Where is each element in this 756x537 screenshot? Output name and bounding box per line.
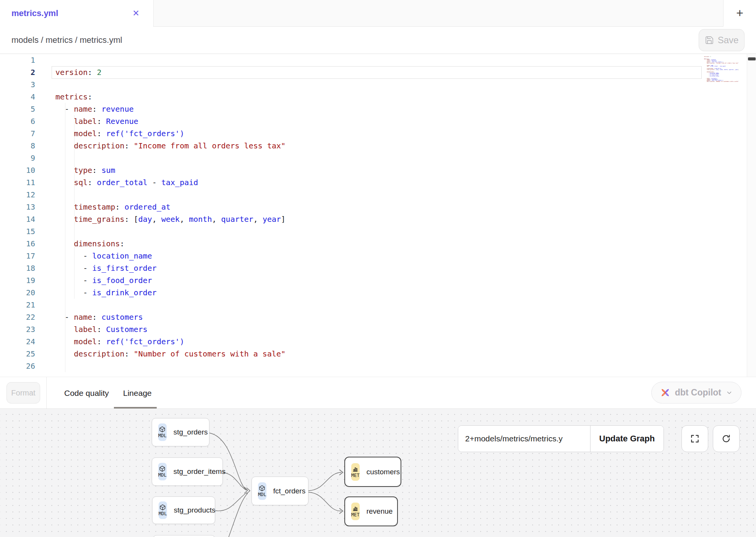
code-line[interactable]: 4metrics:	[0, 91, 756, 103]
code-line[interactable]: 14 time_grains: [day, week, month, quart…	[0, 213, 756, 225]
line-text: type: sum	[35, 164, 115, 176]
tab-metrics-yml[interactable]: metrics.yml ✕	[0, 0, 154, 27]
tab-code-quality[interactable]: Code quality	[64, 377, 109, 409]
bar-chart-icon	[352, 505, 359, 512]
update-graph-button[interactable]: Update Graph	[590, 426, 664, 452]
bar-chart-icon	[352, 466, 359, 472]
dbt-copilot-button[interactable]: dbt Copilot	[651, 382, 741, 404]
line-text: label: Revenue	[35, 115, 138, 127]
floppy-icon	[705, 36, 714, 45]
line-number: 8	[0, 140, 35, 152]
editor-scrollbar[interactable]	[747, 54, 756, 377]
code-line[interactable]: 13 timestamp: ordered_at	[0, 201, 756, 213]
toolbar-divider	[46, 377, 47, 409]
line-text: - location_name	[35, 250, 152, 262]
line-number: 4	[0, 91, 35, 103]
format-button[interactable]: Format	[6, 382, 40, 404]
line-number: 13	[0, 201, 35, 213]
chevron-down-icon	[726, 389, 733, 396]
scrollbar-thumb[interactable]	[748, 57, 756, 60]
line-number: 15	[0, 225, 35, 238]
code-line[interactable]: 6 label: Revenue	[0, 115, 756, 127]
code-line[interactable]: 9	[0, 152, 756, 164]
code-line[interactable]: 20 - is_drink_order	[0, 286, 756, 299]
line-text: - is_first_order	[35, 262, 157, 274]
lineage-node-stg-products[interactable]: MDL stg_products	[152, 496, 215, 524]
line-text	[35, 189, 55, 201]
cube-icon	[159, 426, 165, 433]
code-line[interactable]: 2version: 2	[0, 66, 756, 78]
lineage-node-partial[interactable]	[153, 535, 215, 537]
line-number: 18	[0, 262, 35, 274]
model-badge: MDL	[159, 501, 167, 519]
code-line[interactable]: 15	[0, 225, 756, 238]
line-number: 23	[0, 323, 35, 335]
bottom-toolbar: Format Code quality Lineage dbt Copilot	[0, 377, 756, 408]
code-line[interactable]: 17 - location_name	[0, 250, 756, 262]
code-line[interactable]: 24 model: ref('fct_orders')	[0, 335, 756, 348]
line-text: metrics:	[35, 91, 92, 103]
line-text	[35, 360, 55, 372]
plus-icon: +	[736, 6, 743, 20]
line-number: 19	[0, 274, 35, 286]
lineage-node-fct-orders[interactable]: MDL fct_orders	[251, 477, 308, 505]
refresh-button[interactable]	[713, 425, 740, 452]
cube-icon	[259, 485, 265, 491]
line-text: description: "Number of customers with a…	[35, 348, 286, 360]
line-text	[35, 54, 55, 66]
line-number: 1	[0, 54, 35, 66]
code-line[interactable]: 19 - is_food_order	[0, 274, 756, 286]
line-number: 25	[0, 348, 35, 360]
line-text: dimensions:	[35, 238, 125, 250]
code-line[interactable]: 1	[0, 54, 756, 66]
code-line[interactable]: 8 description: "Income from all orders l…	[0, 140, 756, 152]
lineage-node-customers[interactable]: MET customers	[344, 457, 401, 487]
lineage-node-stg-orders[interactable]: MDL stg_orders	[152, 418, 209, 446]
line-text	[35, 78, 55, 91]
code-line[interactable]: 22 - name: customers	[0, 311, 756, 323]
dbt-logo-icon	[660, 387, 670, 398]
line-number: 26	[0, 360, 35, 372]
graph-selector-input[interactable]	[458, 426, 590, 452]
code-line[interactable]: 18 - is_first_order	[0, 262, 756, 274]
code-line[interactable]: 12	[0, 189, 756, 201]
line-number: 22	[0, 311, 35, 323]
lineage-node-revenue[interactable]: MET revenue	[344, 496, 398, 526]
line-number: 16	[0, 238, 35, 250]
save-button[interactable]: Save	[699, 29, 745, 51]
code-line[interactable]: 21	[0, 299, 756, 311]
close-icon[interactable]: ✕	[133, 9, 140, 18]
line-text: - is_food_order	[35, 274, 152, 286]
code-line[interactable]: 10 type: sum	[0, 164, 756, 176]
code-line[interactable]: 11 sql: order_total - tax_paid	[0, 176, 756, 189]
minimap-line	[704, 82, 745, 83]
line-text: - name: customers	[35, 311, 143, 323]
code-lines[interactable]: 12version: 234metrics:5 - name: revenue6…	[0, 54, 756, 372]
lineage-graph[interactable]: MDL stg_orders MDL stg_order_items MDL s…	[0, 408, 756, 537]
code-line[interactable]: 3	[0, 78, 756, 91]
code-line[interactable]: 25 description: "Number of customers wit…	[0, 348, 756, 360]
minimap[interactable]: version: 2metrics: - name: revenue label…	[704, 55, 745, 83]
line-number: 7	[0, 127, 35, 140]
ide-window: metrics.yml ✕ + models / metrics / metri…	[0, 0, 756, 537]
fullscreen-icon	[690, 434, 700, 444]
line-number: 14	[0, 213, 35, 225]
tab-lineage[interactable]: Lineage	[123, 377, 152, 409]
code-line[interactable]: 26	[0, 360, 756, 372]
code-line[interactable]: 16 dimensions:	[0, 238, 756, 250]
new-tab-button[interactable]: +	[723, 0, 756, 27]
tab-strip: metrics.yml ✕ +	[0, 0, 756, 27]
code-line[interactable]: 5 - name: revenue	[0, 103, 756, 115]
line-number: 2	[0, 66, 35, 78]
line-number: 20	[0, 286, 35, 299]
lineage-node-stg-order-items[interactable]: MDL stg_order_items	[152, 457, 223, 486]
code-editor[interactable]: 12version: 234metrics:5 - name: revenue6…	[0, 54, 756, 377]
code-line[interactable]: 23 label: Customers	[0, 323, 756, 335]
line-number: 9	[0, 152, 35, 164]
line-text	[35, 152, 55, 164]
fullscreen-button[interactable]	[681, 425, 708, 452]
code-line[interactable]: 7 model: ref('fct_orders')	[0, 127, 756, 140]
tab-title: metrics.yml	[11, 8, 58, 18]
line-number: 17	[0, 250, 35, 262]
model-badge: MDL	[258, 482, 266, 500]
